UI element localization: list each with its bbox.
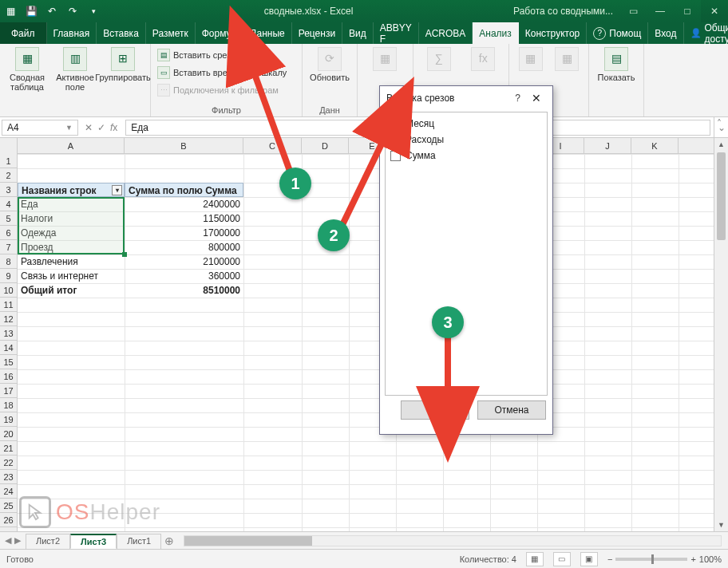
row-head-15[interactable]: 15: [0, 355, 18, 369]
tab-review[interactable]: Рецензи: [292, 22, 342, 44]
slicer-item-sum[interactable]: Сумма: [389, 148, 544, 164]
tab-view[interactable]: Вид: [342, 22, 374, 44]
pivot-table-button[interactable]: ▦Сводная таблица: [5, 47, 49, 92]
col-head-A[interactable]: A: [18, 138, 125, 153]
col-head-D[interactable]: D: [302, 138, 349, 153]
ribbon-collapse-icon[interactable]: ˄: [712, 117, 726, 130]
qat-customize-icon[interactable]: ▾: [86, 4, 101, 18]
vertical-scrollbar[interactable]: ▲ ▼: [714, 138, 728, 531]
row-head-25[interactable]: 25: [0, 499, 18, 513]
fx-icon[interactable]: fx: [110, 122, 117, 133]
refresh-button[interactable]: ⟳Обновить: [307, 47, 352, 82]
row-headers[interactable]: 1234567891011121314151617181920212223242…: [0, 154, 18, 527]
insert-timeline-button[interactable]: ▭Вставить временную шкалу: [156, 65, 297, 81]
dialog-cancel-button[interactable]: Отмена: [477, 400, 546, 420]
row-head-20[interactable]: 20: [0, 427, 18, 441]
col-head-K[interactable]: K: [631, 138, 679, 153]
col-head-C[interactable]: C: [243, 138, 302, 153]
cell[interactable]: 360000: [125, 269, 243, 283]
tab-insert[interactable]: Вставка: [97, 22, 146, 44]
sheet-nav-first-icon[interactable]: ◀: [5, 535, 11, 546]
sheet-tab[interactable]: Лист3: [70, 534, 117, 549]
row-head-26[interactable]: 26: [0, 513, 18, 527]
row-head-18[interactable]: 18: [0, 398, 18, 412]
row-head-5[interactable]: 5: [0, 211, 18, 226]
tab-file[interactable]: Файл: [0, 22, 47, 44]
checkbox[interactable]: [390, 151, 401, 161]
new-sheet-button[interactable]: ⊕: [161, 534, 177, 548]
view-page-icon[interactable]: ▭: [553, 552, 571, 566]
worksheet-grid[interactable]: ABCDEFGHIJK 1234567891011121314151617181…: [0, 138, 728, 531]
row-head-2[interactable]: 2: [0, 168, 18, 183]
cell[interactable]: 8510000: [125, 283, 243, 298]
tab-design[interactable]: Конструктор: [519, 22, 587, 44]
row-head-10[interactable]: 10: [0, 283, 18, 298]
save-icon[interactable]: 💾: [24, 4, 38, 18]
row-head-6[interactable]: 6: [0, 226, 18, 240]
tab-layout[interactable]: Разметк: [146, 22, 196, 44]
row-head-8[interactable]: 8: [0, 254, 18, 269]
row-head-7[interactable]: 7: [0, 240, 18, 254]
cells-area[interactable]: Названия строк▾Сумма по полю СуммаЕда240…: [18, 154, 714, 531]
row-head-11[interactable]: 11: [0, 298, 18, 312]
chevron-down-icon[interactable]: ▼: [65, 124, 73, 132]
tab-share[interactable]: Общий доступ: [684, 22, 728, 44]
tab-help[interactable]: Помощ: [587, 22, 648, 44]
scroll-up-icon[interactable]: ▲: [714, 138, 728, 151]
dialog-help-icon[interactable]: ?: [508, 93, 527, 104]
dialog-close-icon[interactable]: ✕: [527, 92, 546, 105]
cell[interactable]: Налоги: [18, 211, 125, 226]
slicer-item-month[interactable]: Месяц: [389, 116, 544, 132]
sheet-nav-last-icon[interactable]: ▶: [14, 535, 21, 546]
enter-formula-icon[interactable]: ✓: [97, 122, 105, 133]
minimize-button[interactable]: —: [647, 0, 674, 22]
pivot-filter-dropdown[interactable]: ▾: [112, 185, 122, 195]
row-head-1[interactable]: 1: [0, 154, 18, 168]
checkbox[interactable]: [390, 119, 401, 129]
row-head-16[interactable]: 16: [0, 369, 18, 384]
cell[interactable]: Развлечения: [18, 254, 125, 269]
view-break-icon[interactable]: ▣: [580, 552, 598, 566]
tab-analyze[interactable]: Анализ: [473, 22, 519, 44]
row-head-4[interactable]: 4: [0, 197, 18, 211]
row-head-21[interactable]: 21: [0, 441, 18, 456]
dialog-titlebar[interactable]: Вставка срезов ? ✕: [380, 86, 552, 110]
row-head-17[interactable]: 17: [0, 384, 18, 398]
cell[interactable]: Проезд: [18, 240, 125, 254]
scroll-thumb[interactable]: [717, 152, 726, 240]
row-head-13[interactable]: 13: [0, 326, 18, 341]
column-headers[interactable]: ABCDEFGHIJK: [18, 138, 714, 154]
row-head-23[interactable]: 23: [0, 470, 18, 484]
row-head-19[interactable]: 19: [0, 412, 18, 427]
insert-slicer-button[interactable]: ▤Вставить срез: [156, 47, 297, 63]
cell[interactable]: 2400000: [125, 197, 243, 211]
active-field-button[interactable]: ▥Активное поле: [53, 47, 97, 92]
checkbox[interactable]: [390, 135, 401, 145]
scroll-down-icon[interactable]: ▼: [714, 519, 728, 531]
show-button[interactable]: ▤Показать: [594, 47, 639, 82]
maximize-button[interactable]: □: [674, 0, 701, 22]
tab-signin[interactable]: Вход: [648, 22, 683, 44]
zoom-out-icon[interactable]: −: [607, 554, 612, 564]
cell[interactable]: Сумма по полю Сумма: [125, 183, 243, 197]
zoom-slider[interactable]: [615, 558, 687, 561]
row-head-22[interactable]: 22: [0, 456, 18, 470]
zoom-control[interactable]: − + 100%: [607, 554, 722, 564]
zoom-in-icon[interactable]: +: [690, 554, 695, 564]
tab-formulas[interactable]: Формул: [196, 22, 244, 44]
undo-icon[interactable]: ↶: [45, 4, 59, 18]
horizontal-scrollbar[interactable]: [184, 535, 722, 546]
sheet-tab[interactable]: Лист1: [117, 534, 161, 549]
cell[interactable]: 1700000: [125, 226, 243, 240]
row-head-9[interactable]: 9: [0, 269, 18, 283]
cell[interactable]: Связь и интернет: [18, 269, 125, 283]
row-head-24[interactable]: 24: [0, 484, 18, 499]
tab-abbyy[interactable]: ABBYY F: [374, 22, 419, 44]
cell[interactable]: 2100000: [125, 254, 243, 269]
name-box[interactable]: A4▼: [2, 120, 78, 136]
ribbon-options-icon[interactable]: ▭: [619, 0, 647, 22]
col-head-J[interactable]: J: [584, 138, 631, 153]
tab-data[interactable]: Данные: [243, 22, 291, 44]
cell[interactable]: Одежда: [18, 226, 125, 240]
cell[interactable]: 800000: [125, 240, 243, 254]
